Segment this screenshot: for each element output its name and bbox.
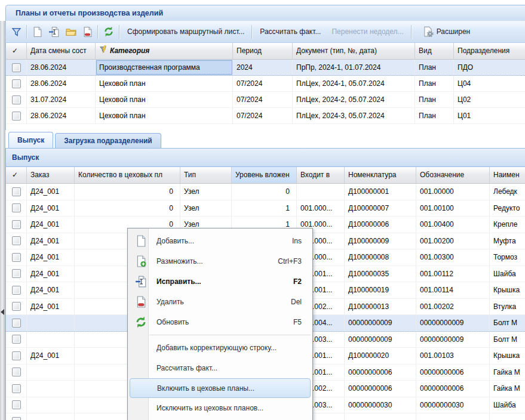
advanced-button[interactable]: Расширен — [417, 24, 476, 39]
cell-order — [27, 365, 75, 381]
column-header-label: Наимен — [493, 171, 520, 183]
column-header-check[interactable]: ✓ — [6, 167, 27, 183]
row-checkbox[interactable] — [12, 351, 21, 360]
menu-item-refresh[interactable]: ОбновитьF5 — [128, 312, 312, 332]
menu-item-shortcut: F5 — [293, 318, 302, 326]
add-button[interactable] — [29, 24, 45, 39]
cell-check — [6, 381, 27, 397]
column-header-category[interactable]: Категория — [96, 43, 233, 59]
cell-check — [6, 397, 27, 413]
column-header-label: Тип — [184, 171, 196, 183]
cell-order: Д24_001 — [27, 200, 75, 217]
cell-designation: 00000000009 — [416, 315, 490, 331]
menu-item-edit[interactable]: Исправить...F2 — [128, 271, 312, 292]
tab-issue[interactable]: Выпуск — [8, 132, 53, 148]
row-checkbox[interactable] — [12, 112, 21, 121]
row-checkbox[interactable] — [12, 400, 21, 409]
menu-item-exclude-from-shop-plans[interactable]: Исключить из цеховых планов... — [128, 398, 312, 418]
table-row[interactable]: Д24_0010Узел0Д100000001001.00000Лебедк — [6, 184, 525, 200]
row-checkbox[interactable] — [12, 417, 21, 420]
column-header-label: ✓ — [12, 171, 18, 183]
column-header-order[interactable]: Заказ — [27, 167, 75, 183]
menu-item-add[interactable]: Добавить...Ins — [128, 231, 312, 251]
tab-subdivision-load[interactable]: Загрузка подразделений — [55, 133, 161, 148]
column-header-state-change-date[interactable]: Дата смены сост — [27, 43, 96, 59]
delete-button[interactable] — [79, 24, 96, 39]
filter-button[interactable] — [8, 24, 24, 39]
calc-fact-button[interactable]: Рассчитать факт... — [254, 24, 326, 39]
make-route-list-button[interactable]: Сформировать маршрутный лист... — [122, 24, 250, 39]
cell-item-name: Крепле — [490, 217, 525, 233]
menu-item-include-in-shop-plans[interactable]: Включить в цеховые планы... — [130, 378, 311, 398]
cell-document: ПлЦех, 2024-3, 05.07.2024 — [293, 108, 415, 123]
column-header-check[interactable]: ✓ — [6, 43, 27, 59]
cell-check — [6, 299, 27, 315]
table-row[interactable]: 28.06.2024Цеховой план07/2024ПлЦех, 2024… — [6, 108, 525, 124]
column-header-subdivisions[interactable]: Подразделения — [454, 43, 525, 59]
cell-designation: 001.00400 — [416, 217, 490, 233]
cell-document: ПлЦех, 2024-1, 05.07.2024 — [293, 76, 415, 91]
plans-table: ✓Дата смены состКатегорияПериодДокумент … — [5, 43, 525, 130]
toolbar-separator — [251, 25, 253, 39]
cell-check — [6, 266, 27, 282]
cell-type: Узел — [180, 200, 232, 217]
menu-item-shortcut: Del — [291, 298, 302, 306]
menu-item-calc-fact[interactable]: Рассчитать факт... — [128, 358, 312, 378]
move-backlog-button: Перенести недодел... — [326, 24, 409, 39]
cell-designation: 001.00200 — [416, 233, 490, 249]
row-checkbox[interactable] — [12, 95, 21, 104]
row-checkbox[interactable] — [12, 384, 21, 393]
row-checkbox[interactable] — [12, 63, 21, 72]
column-header-label: Количество в цеховых пл — [78, 171, 162, 183]
row-checkbox[interactable] — [12, 203, 21, 212]
table-row[interactable]: 31.07.2024Цеховой план07/2024ПлЦех, 2024… — [6, 92, 525, 108]
column-header-document[interactable]: Документ (тип, №, дата) — [293, 43, 415, 59]
menu-item-delete[interactable]: УдалитьDel — [128, 292, 312, 312]
row-checkbox[interactable] — [12, 236, 21, 245]
row-checkbox[interactable] — [12, 269, 21, 278]
row-checkbox[interactable] — [12, 79, 21, 88]
column-header-part-of[interactable]: Входит в — [297, 167, 345, 183]
row-checkbox[interactable] — [12, 319, 21, 328]
row-checkbox[interactable] — [12, 286, 21, 295]
row-checkbox[interactable] — [12, 368, 21, 376]
cell-designation: 001.00000 — [416, 184, 490, 200]
cell-nomenclature: Д100000035 — [345, 266, 416, 282]
left-collapse-splitter[interactable] — [0, 21, 5, 420]
row-checkbox[interactable] — [12, 302, 21, 311]
row-checkbox[interactable] — [12, 253, 21, 262]
cell-check — [6, 217, 27, 233]
edit-button[interactable] — [45, 24, 63, 39]
column-header-qty-in-shop-plans[interactable]: Количество в цеховых пл — [75, 167, 180, 183]
table-row[interactable]: Д24_0010Узел1001.000...Д100000007001.001… — [6, 200, 525, 217]
cell-kind: План — [415, 92, 454, 107]
toolbar-separator — [411, 25, 412, 39]
cell-item-name — [490, 413, 525, 420]
row-checkbox[interactable] — [12, 187, 21, 196]
page-minus-icon — [133, 296, 149, 308]
issue-panel-title: Выпуск — [6, 149, 525, 167]
cell-state-change-date: 28.06.2024 — [27, 60, 96, 75]
column-header-designation[interactable]: Обозначение — [416, 167, 490, 183]
row-checkbox[interactable] — [12, 335, 21, 344]
cell-category: Цеховой план — [96, 76, 233, 91]
table-row[interactable]: 28.06.2024Цеховой план07/2024ПлЦех, 2024… — [6, 76, 525, 92]
menu-item-add-correction-row[interactable]: Добавить корректирующую строку... — [128, 338, 312, 358]
column-header-kind[interactable]: Вид — [415, 43, 454, 59]
menu-item-clone[interactable]: Размножить...Ctrl+F3 — [128, 251, 312, 271]
refresh-button[interactable] — [100, 24, 117, 39]
column-header-period[interactable]: Период — [233, 43, 293, 59]
column-header-nesting-level[interactable]: Уровень вложен — [232, 167, 297, 183]
column-header-type[interactable]: Тип — [180, 167, 232, 183]
cell-item-name: Втулка — [490, 299, 525, 315]
cell-qty-in-shop-plans: 0 — [75, 184, 180, 200]
table-row[interactable]: 28.06.2024Производственная программа2024… — [6, 60, 525, 76]
collapse-arrow-icon[interactable] — [1, 309, 4, 315]
cell-designation: 001.00103 — [416, 348, 490, 364]
column-header-nomenclature[interactable]: Номенклатура — [345, 167, 416, 183]
cell-designation — [416, 413, 490, 420]
cell-order: Д24_001 — [27, 217, 75, 233]
row-checkbox[interactable] — [12, 220, 21, 229]
open-button[interactable] — [63, 24, 79, 39]
column-header-item-name[interactable]: Наимен — [490, 167, 525, 183]
